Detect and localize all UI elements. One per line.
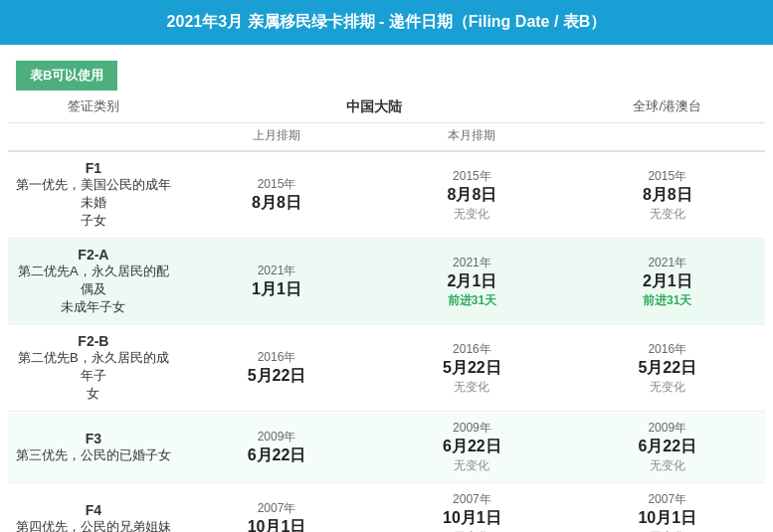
visa-cell-3: F3 第三优先，公民的已婚子女 (8, 412, 179, 483)
col-subheader-visa (8, 123, 179, 152)
visa-cell-0: F1 第一优先，美国公民的成年未婚子女 (8, 151, 179, 239)
global-cell-4: 2007年 10月1日 无变化 (570, 483, 765, 533)
current-month-cell-1: 2021年 2月1日 前进31天 (374, 239, 569, 325)
visa-cell-4: F4 第四优先，公民的兄弟姐妹 (8, 483, 179, 533)
visa-cell-1: F2-A 第二优先A，永久居民的配偶及未成年子女 (8, 239, 179, 325)
header-title: 2021年3月 亲属移民绿卡排期 - 递件日期（Filing Date / 表B… (167, 13, 607, 30)
last-month-cell-3: 2009年 6月22日 (179, 412, 374, 483)
current-month-cell-2: 2016年 5月22日 无变化 (374, 325, 569, 412)
global-cell-0: 2015年 8月8日 无变化 (570, 151, 765, 239)
page-header: 2021年3月 亲属移民绿卡排期 - 递件日期（Filing Date / 表B… (0, 0, 773, 45)
current-month-cell-0: 2015年 8月8日 无变化 (374, 151, 569, 239)
current-month-cell-4: 2007年 10月1日 无变化 (374, 483, 569, 533)
col-header-global: 全球/港澳台 (570, 90, 765, 123)
last-month-cell-0: 2015年 8月8日 (179, 151, 374, 239)
notice-bar: 表B可以使用 (16, 61, 117, 90)
last-month-cell-2: 2016年 5月22日 (179, 325, 374, 412)
current-month-cell-3: 2009年 6月22日 无变化 (374, 412, 569, 483)
global-cell-3: 2009年 6月22日 无变化 (570, 412, 765, 483)
col-subheader-current: 本月排期 (374, 123, 569, 152)
visa-cell-2: F2-B 第二优先B，永久居民的成年子女 (8, 325, 179, 412)
last-month-cell-4: 2007年 10月1日 (179, 483, 374, 533)
table-container: 签证类别 中国大陆 全球/港澳台 上月排期 本月排期 F1 第一优先，美国公民的… (0, 90, 773, 532)
col-subheader-last: 上月排期 (179, 123, 374, 152)
global-cell-1: 2021年 2月1日 前进31天 (570, 239, 765, 325)
col-subheader-global (570, 123, 765, 152)
last-month-cell-1: 2021年 1月1日 (179, 239, 374, 325)
global-cell-2: 2016年 5月22日 无变化 (570, 325, 765, 412)
main-table: 签证类别 中国大陆 全球/港澳台 上月排期 本月排期 F1 第一优先，美国公民的… (8, 90, 765, 532)
col-header-china: 中国大陆 (179, 90, 570, 123)
col-header-visa: 签证类别 (8, 90, 179, 123)
